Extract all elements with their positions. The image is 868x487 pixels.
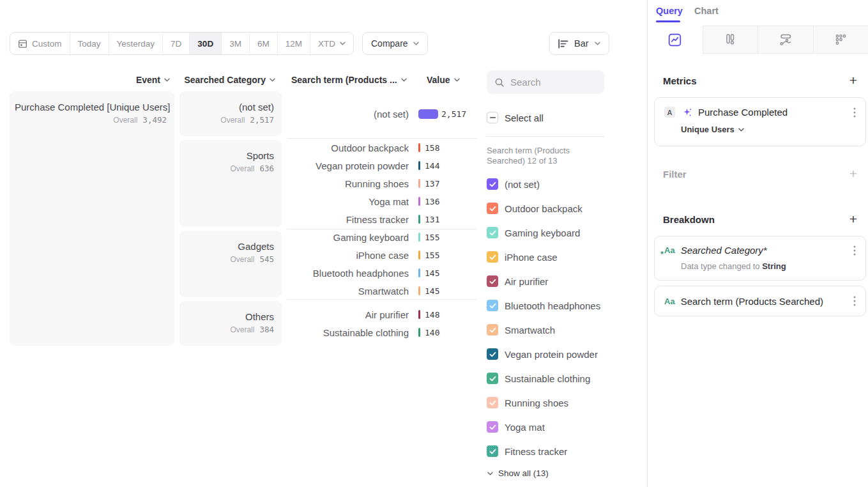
column-header-searched-category[interactable]: Searched Category [179, 75, 275, 85]
segment-label: Sustainable clothing [505, 373, 590, 384]
select-all-label: Select all [505, 112, 544, 123]
checked-checkbox[interactable] [487, 275, 498, 287]
add-filter-button[interactable]: + [849, 167, 857, 180]
flows-tab[interactable] [758, 26, 813, 54]
checked-checkbox[interactable] [487, 178, 498, 190]
term-row-gaming-keyboard[interactable]: Gaming keyboard155 [287, 228, 477, 246]
checked-checkbox[interactable] [487, 421, 498, 433]
date-range-label: Today [78, 39, 101, 49]
select-all-checkbox[interactable] [487, 112, 498, 123]
term-group-sports: Outdoor backpack158Vegan protein powder1… [287, 140, 477, 227]
segment-item-air-purifier[interactable]: Air purifier [487, 275, 600, 287]
checked-checkbox[interactable] [487, 348, 498, 360]
chart-type-button[interactable]: Bar [549, 32, 609, 55]
date-range-today[interactable]: Today [70, 33, 109, 54]
term-row-iphone-case[interactable]: iPhone case155 [287, 246, 477, 264]
date-range-12m[interactable]: 12M [277, 33, 310, 54]
date-range-xtd[interactable]: XTD [310, 33, 353, 54]
funnels-tab[interactable] [703, 26, 758, 54]
term-row-not-set[interactable]: (not set)2,517 [287, 105, 477, 123]
kebab-menu-icon[interactable] [853, 245, 856, 256]
category-cell-gadgets[interactable]: GadgetsOverall545 [179, 231, 282, 297]
kebab-menu-icon[interactable] [853, 107, 856, 118]
segment-item-smartwatch[interactable]: Smartwatch [487, 324, 600, 336]
value-number: 158 [425, 143, 439, 153]
add-metric-button[interactable]: + [849, 74, 857, 87]
segment-label: Fitness tracker [505, 446, 567, 457]
term-row-running-shoes[interactable]: Running shoes137 [287, 174, 477, 192]
date-range-label: 3M [229, 39, 241, 49]
compare-label: Compare [371, 38, 408, 49]
retention-tab[interactable] [813, 26, 868, 54]
value-number: 148 [425, 310, 439, 320]
event-cell[interactable]: Purchase Completed [Unique Users] Overal… [10, 91, 174, 346]
term-row-yoga-mat[interactable]: Yoga mat136 [287, 192, 477, 210]
checked-checkbox[interactable] [487, 300, 498, 311]
category-cell-sports[interactable]: SportsOverall636 [179, 140, 282, 227]
search-icon [494, 77, 505, 88]
term-row-sustainable-clothing[interactable]: Sustainable clothing140 [287, 323, 477, 341]
term-row-fitness-tracker[interactable]: Fitness tracker131 [287, 210, 477, 228]
select-all-row[interactable]: Select all [487, 112, 544, 123]
column-header-value[interactable]: Value [427, 75, 460, 85]
date-range-6m[interactable]: 6M [249, 33, 277, 54]
term-row-vegan-protein-powder[interactable]: Vegan protein powder144 [287, 157, 477, 174]
term-row-air-purifier[interactable]: Air purifier148 [287, 305, 477, 323]
search-input[interactable]: Search [487, 70, 604, 94]
metric-card[interactable]: A Purchase Completed Unique Users [654, 97, 866, 146]
segment-item-iphone-case[interactable]: iPhone case [487, 251, 600, 263]
term-row-outdoor-backpack[interactable]: Outdoor backpack158 [287, 139, 477, 157]
tab-chart[interactable]: Chart [694, 6, 719, 16]
term-label: Vegan protein powder [287, 160, 409, 171]
compare-button[interactable]: Compare [362, 32, 428, 55]
add-breakdown-button[interactable]: + [849, 213, 857, 226]
date-range-7d[interactable]: 7D [162, 33, 189, 54]
string-property-icon: Aa [664, 297, 675, 305]
segment-item-vegan-protein-powder[interactable]: Vegan protein powder [487, 348, 600, 360]
checked-checkbox[interactable] [487, 251, 498, 263]
segment-item-not-set[interactable]: (not set) [487, 178, 600, 190]
date-range-30d[interactable]: 30D [189, 33, 221, 54]
metrics-title: Metrics [663, 75, 697, 86]
show-all-button[interactable]: Show all (13) [487, 468, 549, 478]
date-range-custom[interactable]: Custom [10, 33, 70, 54]
category-cell-others[interactable]: OthersOverall384 [179, 301, 282, 346]
term-label: Bluetooth headphones [287, 268, 409, 279]
segment-label: (not set) [505, 179, 540, 190]
breakdown-card-search-term[interactable]: Aa Search term (Products Searched) [654, 286, 866, 316]
checked-checkbox[interactable] [487, 445, 498, 457]
segment-item-running-shoes[interactable]: Running shoes [487, 397, 600, 408]
breakdown-card-searched-category[interactable]: Aa* Searched Category* Data type changed… [654, 236, 866, 281]
insights-tab[interactable] [648, 26, 703, 54]
value-number: 131 [425, 215, 439, 224]
checked-checkbox[interactable] [487, 203, 498, 214]
checked-checkbox[interactable] [487, 397, 498, 408]
category-name: Sports [185, 150, 274, 161]
column-header-search-term[interactable]: Search term (Products ... [291, 75, 407, 85]
segment-item-outdoor-backpack[interactable]: Outdoor backpack [487, 203, 600, 214]
chevron-down-icon [340, 42, 346, 45]
value-bar [418, 161, 420, 170]
date-range-yesterday[interactable]: Yesterday [109, 33, 163, 54]
checked-checkbox[interactable] [487, 373, 498, 384]
segment-item-yoga-mat[interactable]: Yoga mat [487, 421, 600, 433]
segment-item-fitness-tracker[interactable]: Fitness tracker [487, 445, 600, 457]
term-row-bluetooth-headphones[interactable]: Bluetooth headphones145 [287, 264, 477, 282]
checked-checkbox[interactable] [487, 324, 498, 336]
date-range-3m[interactable]: 3M [221, 33, 249, 54]
segment-label: iPhone case [505, 252, 558, 263]
value-bar [418, 328, 420, 337]
column-header-event[interactable]: Event [10, 75, 170, 85]
segment-item-bluetooth-headphones[interactable]: Bluetooth headphones [487, 300, 600, 311]
checked-checkbox[interactable] [487, 227, 498, 238]
insights-report: CustomTodayYesterday7D30D3M6M12MXTD Comp… [0, 0, 868, 487]
measure-selector[interactable]: Unique Users [681, 125, 856, 134]
chevron-down-icon [413, 42, 419, 45]
segment-item-sustainable-clothing[interactable]: Sustainable clothing [487, 373, 600, 384]
kebab-menu-icon[interactable] [853, 296, 856, 306]
column-header-label: Search term (Products ... [291, 75, 397, 85]
category-cell-not-set[interactable]: (not set)Overall2,517 [179, 91, 282, 136]
term-row-smartwatch[interactable]: Smartwatch145 [287, 282, 477, 300]
segment-item-gaming-keyboard[interactable]: Gaming keyboard [487, 227, 600, 238]
tab-query[interactable]: Query [656, 6, 683, 16]
